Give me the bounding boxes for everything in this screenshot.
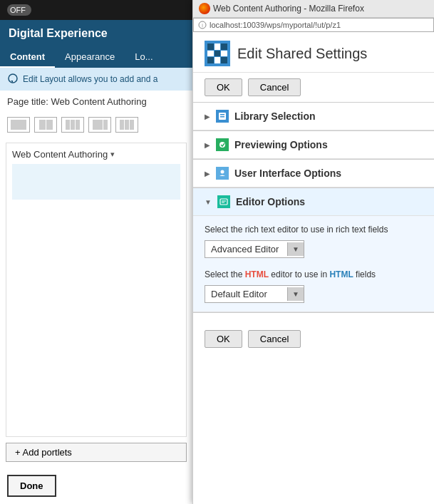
library-selection-header[interactable]: ▶ Library Selection — [193, 103, 434, 130]
bottom-cancel-button[interactable]: Cancel — [248, 330, 301, 348]
rich-text-desc: Select the rich text editor to use in ri… — [205, 225, 423, 235]
previewing-options-title: Previewing Options — [234, 139, 328, 150]
firefox-icon — [199, 3, 210, 14]
browser-title: Web Content Authoring - Mozilla Firefox — [199, 3, 364, 14]
svg-point-7 — [221, 170, 224, 174]
layout-right-wide[interactable] — [115, 117, 138, 133]
user-interface-options-header[interactable]: ▶ User Interface Options — [193, 160, 434, 187]
html-editor-desc: Select the HTML editor to use in HTML fi… — [205, 269, 423, 279]
rich-text-editor-arrow[interactable]: ▼ — [287, 242, 304, 256]
editor-options-arrow: ▼ — [205, 198, 212, 206]
browser-bar: Web Content Authoring - Mozilla Firefox — [193, 0, 434, 18]
editor-options-content: Select the rich text editor to use in ri… — [193, 216, 434, 312]
dialog-footer-buttons: OK Cancel — [193, 324, 434, 354]
user-interface-options-icon — [216, 167, 229, 180]
library-selection-icon — [216, 110, 229, 123]
app-header: Digital Experience — [0, 20, 192, 47]
portlet-area: Web Content Authoring ▾ — [6, 143, 187, 437]
html-highlight-2: HTML — [329, 269, 353, 279]
dialog-content: Edit Shared Settings OK Cancel ▶ Library… — [193, 32, 434, 504]
top-ok-button[interactable]: OK — [205, 78, 242, 96]
previewing-options-arrow: ▶ — [205, 141, 210, 149]
svg-rect-5 — [220, 116, 224, 118]
tab-content[interactable]: Content — [0, 47, 55, 68]
previewing-options-header[interactable]: ▶ Previewing Options — [193, 131, 434, 159]
dialog-top-buttons: OK Cancel — [193, 73, 434, 102]
library-selection-arrow: ▶ — [205, 113, 210, 120]
svg-rect-4 — [220, 114, 224, 115]
portlet-dropdown-icon[interactable]: ▾ — [110, 150, 115, 159]
dialog-title: Edit Shared Settings — [237, 46, 367, 62]
rich-text-editor-select[interactable]: Advanced Editor ▼ — [205, 240, 304, 258]
toggle-off[interactable]: OFF — [7, 4, 31, 16]
done-button[interactable]: Done — [7, 475, 56, 497]
user-interface-options-arrow: ▶ — [205, 170, 210, 178]
html-desc-part1: Select the — [205, 269, 245, 279]
edit-layout-text: Edit Layout allows you to add and a — [23, 74, 157, 84]
layout-icons — [0, 113, 192, 137]
editor-options-header[interactable]: ▼ Editor Options — [193, 188, 434, 216]
left-panel: OFF Digital Experience Content Appearanc… — [0, 0, 192, 504]
bottom-ok-button[interactable]: OK — [205, 330, 242, 348]
dialog-header: Edit Shared Settings — [193, 32, 434, 73]
html-highlight-1: HTML — [245, 269, 269, 279]
user-interface-options-title: User Interface Options — [234, 168, 341, 179]
svg-rect-8 — [220, 199, 227, 205]
layout-2col[interactable] — [34, 117, 57, 133]
top-cancel-button[interactable]: Cancel — [248, 78, 301, 96]
chat-icon — [7, 73, 19, 85]
info-icon: i — [198, 21, 207, 29]
layout-3col[interactable] — [61, 117, 84, 133]
app-title: Digital Experience — [9, 27, 108, 39]
html-desc-part2: editor to use in — [269, 269, 329, 279]
html-desc-part3: fields — [353, 269, 376, 279]
tab-appearance[interactable]: Appearance — [55, 47, 125, 68]
svg-text:i: i — [202, 23, 203, 28]
page-title: Page title: Web Content Authoring — [0, 91, 192, 113]
portlet-content — [12, 164, 180, 200]
address-bar[interactable]: i localhost:10039/wps/myportal/!ut/p/z1 — [193, 18, 434, 32]
top-bar: OFF — [0, 0, 192, 20]
rich-text-editor-value: Advanced Editor — [205, 241, 287, 257]
html-editor-select[interactable]: Default Editor ▼ — [205, 285, 304, 303]
previewing-options-icon — [216, 138, 229, 151]
library-selection-title: Library Selection — [234, 110, 316, 122]
html-editor-arrow[interactable]: ▼ — [287, 287, 304, 301]
right-panel: Web Content Authoring - Mozilla Firefox … — [192, 0, 434, 504]
add-portlets-button[interactable]: + Add portlets — [6, 443, 187, 462]
layout-1col[interactable] — [7, 117, 30, 133]
nav-tabs: Content Appearance Lo... — [0, 47, 192, 68]
html-editor-value: Default Editor — [205, 286, 287, 302]
edit-layout-bar: Edit Layout allows you to add and a — [0, 68, 192, 91]
dialog-settings-icon — [205, 41, 230, 66]
portlet-name: Web Content Authoring ▾ — [12, 149, 180, 160]
tab-lo[interactable]: Lo... — [125, 47, 162, 68]
editor-options-title: Editor Options — [236, 196, 305, 207]
editor-options-icon — [217, 195, 230, 208]
layout-left-wide[interactable] — [88, 117, 111, 133]
